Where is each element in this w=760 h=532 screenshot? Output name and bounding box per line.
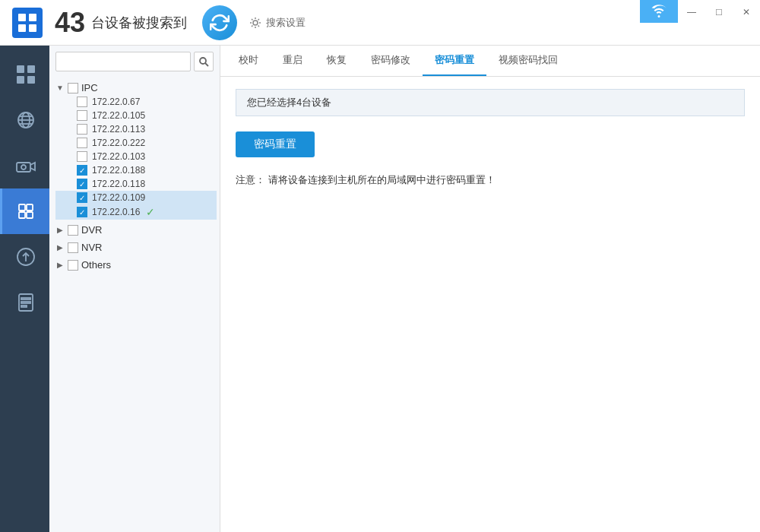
search-input[interactable] [55, 52, 191, 71]
tree-group-dvr: DVR [55, 223, 217, 237]
others-checkbox[interactable] [68, 260, 78, 271]
svg-rect-8 [27, 76, 35, 84]
svg-rect-3 [29, 24, 36, 32]
dvr-checkbox[interactable] [68, 225, 78, 236]
dvr-label: DVR [81, 224, 102, 236]
nav-item-docs[interactable] [0, 280, 49, 325]
selection-info: 您已经选择4台设备 [236, 89, 745, 116]
wifi-icon [640, 0, 678, 23]
tab-reboot[interactable]: 重启 [271, 46, 315, 76]
nav-item-upload[interactable] [0, 234, 49, 280]
svg-rect-6 [27, 65, 35, 73]
tree-group-others: Others [55, 258, 217, 272]
search-button[interactable] [194, 52, 214, 71]
item-checkbox[interactable] [77, 151, 87, 162]
tab-sync[interactable]: 校时 [226, 46, 271, 76]
content-panel: 校时 重启 恢复 密码修改 密码重置 视频密码找回 您已经选择4台设备 密码重置… [220, 46, 760, 532]
tree-item[interactable]: 172.22.0.105 [55, 109, 217, 122]
nav-item-ip[interactable] [0, 97, 49, 143]
notice-text: 注意： 请将设备连接到主机所在的局域网中进行密码重置！ [236, 173, 745, 188]
item-ip: 172.22.0.113 [92, 124, 145, 135]
nav-item-logo[interactable] [0, 52, 49, 97]
tree-item[interactable]: 172.22.0.113 [55, 122, 217, 136]
svg-rect-2 [18, 24, 26, 32]
item-ip: 172.22.0.16 [92, 207, 140, 217]
tabs-bar: 校时 重启 恢复 密码修改 密码重置 视频密码找回 [220, 46, 760, 77]
tab-pwd-recover[interactable]: 视频密码找回 [486, 46, 570, 76]
search-settings-button[interactable]: 搜索设置 [249, 16, 306, 30]
svg-point-4 [253, 21, 258, 25]
maximize-button[interactable] [705, 0, 733, 23]
svg-rect-5 [17, 65, 24, 73]
item-ip: 172.22.0.103 [92, 151, 145, 162]
titlebar: 43 台设备被搜索到 搜索设置 [0, 0, 760, 46]
nvr-checkbox[interactable] [68, 242, 78, 253]
nav-item-camera[interactable] [0, 143, 49, 188]
tab-pwd-reset[interactable]: 密码重置 [423, 46, 486, 76]
tree-group-ipc: IPC 172.22.0.67 172.22.0.105 172.22.0.11… [55, 81, 217, 220]
window-controls [640, 0, 760, 23]
tree-item[interactable]: 172.22.0.67 [55, 95, 217, 109]
item-ip: 172.22.0.188 [92, 165, 145, 176]
svg-rect-18 [27, 212, 33, 218]
svg-line-26 [205, 63, 208, 66]
item-checkbox[interactable] [77, 97, 87, 107]
verified-icon: ✓ [146, 206, 155, 218]
svg-rect-17 [19, 212, 25, 218]
others-label: Others [81, 259, 111, 271]
tree-item[interactable]: 172.22.0.118 [55, 177, 217, 191]
device-count: 43 [55, 9, 85, 36]
item-ip: 172.22.0.222 [92, 138, 145, 148]
tree-group-nvr-header[interactable]: NVR [55, 240, 217, 255]
svg-rect-16 [27, 204, 33, 211]
search-bar [49, 46, 220, 78]
minimize-button[interactable] [678, 0, 705, 23]
item-checkbox[interactable] [77, 192, 87, 203]
tree-item[interactable]: 172.22.0.103 [55, 150, 217, 163]
tree-item[interactable]: 172.22.0.109 [55, 191, 217, 204]
device-tree: IPC 172.22.0.67 172.22.0.105 172.22.0.11… [49, 78, 220, 532]
close-button[interactable] [733, 0, 760, 23]
ipc-label: IPC [81, 82, 98, 93]
app-logo [12, 8, 43, 38]
tree-group-others-header[interactable]: Others [55, 258, 217, 272]
item-ip: 172.22.0.105 [92, 110, 145, 121]
tab-restore[interactable]: 恢复 [315, 46, 359, 76]
item-ip: 172.22.0.109 [92, 192, 145, 203]
item-checkbox[interactable] [77, 138, 87, 148]
sidebar-nav [0, 46, 49, 532]
search-settings-label: 搜索设置 [266, 16, 306, 30]
tree-item[interactable]: 172.22.0.222 [55, 136, 217, 150]
svg-rect-15 [19, 204, 25, 211]
notice-content: 请将设备连接到主机所在的局域网中进行密码重置！ [268, 174, 496, 185]
svg-rect-1 [29, 14, 36, 21]
svg-rect-7 [17, 76, 24, 84]
item-checkbox[interactable] [77, 165, 87, 176]
svg-rect-22 [21, 298, 30, 299]
tree-item[interactable]: 172.22.0.188 [55, 163, 217, 177]
item-checkbox[interactable] [77, 124, 87, 135]
device-count-label: 台设备被搜索到 [91, 14, 187, 32]
others-arrow [55, 261, 65, 270]
nav-item-tools[interactable] [0, 188, 49, 234]
tree-group-ipc-header[interactable]: IPC [55, 81, 217, 95]
svg-rect-24 [21, 306, 27, 307]
svg-rect-23 [21, 302, 30, 303]
main-layout: IPC 172.22.0.67 172.22.0.105 172.22.0.11… [0, 46, 760, 532]
item-ip: 172.22.0.118 [92, 179, 145, 189]
item-checkbox[interactable] [77, 110, 87, 121]
item-checkbox[interactable] [77, 179, 87, 189]
ipc-arrow [55, 84, 65, 93]
tree-item[interactable]: 172.22.0.16 ✓ [55, 204, 217, 220]
svg-rect-0 [18, 14, 26, 21]
tree-group-nvr: NVR [55, 240, 217, 255]
ipc-checkbox[interactable] [68, 83, 78, 93]
tab-pwd-change[interactable]: 密码修改 [359, 46, 423, 76]
refresh-button[interactable] [202, 5, 237, 40]
nvr-arrow [55, 243, 65, 252]
notice-label: 注意： [236, 174, 265, 185]
item-checkbox[interactable] [77, 207, 87, 217]
tree-group-dvr-header[interactable]: DVR [55, 223, 217, 237]
dvr-arrow [55, 226, 65, 235]
password-reset-button[interactable]: 密码重置 [236, 131, 315, 157]
